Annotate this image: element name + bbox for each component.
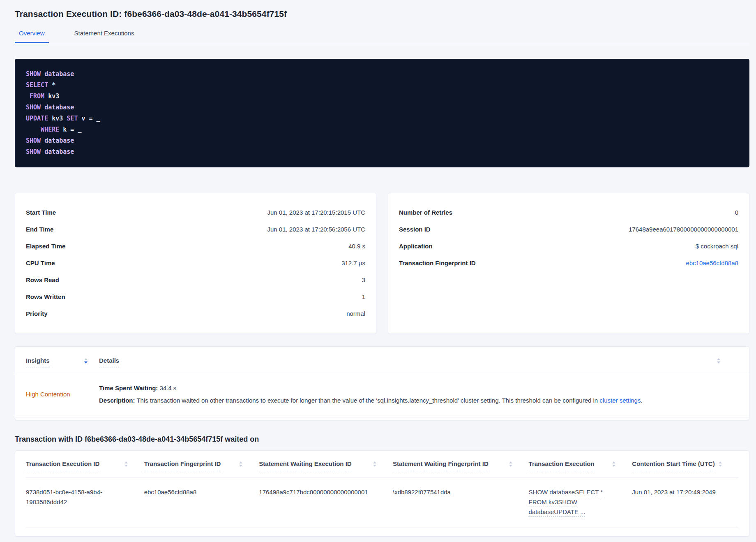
waited-on-heading: Transaction with ID f6be6366-da03-48de-a… — [15, 435, 749, 444]
sql-line: SHOW database — [26, 146, 738, 158]
sql-text: kv3 — [48, 115, 67, 122]
sql-keyword: SHOW — [26, 137, 41, 144]
column-label: Contention Start Time (UTC) — [632, 460, 715, 471]
row-value: 1 — [362, 292, 365, 301]
column-header-details[interactable]: Details — [99, 357, 119, 368]
row-value: 312.7 µs — [341, 259, 365, 267]
meta-row-transaction-fingerprint-id: Transaction Fingerprint ID ebc10ae56cfd8… — [399, 255, 738, 271]
transaction-execution-link[interactable]: SHOW databaseSELECT * FROM kv3SHOW datab… — [529, 487, 608, 517]
page-content: Transaction Execution ID: f6be6366-da03-… — [15, 9, 749, 537]
row-label: End Time — [26, 225, 53, 234]
waiting-value: 34.4 s — [158, 384, 176, 391]
sort-arrows-icon — [239, 461, 242, 467]
column-header-transaction-execution-id[interactable]: Transaction Execution ID — [26, 460, 144, 477]
row-label: Transaction Fingerprint ID — [399, 259, 476, 267]
sql-identifier: database — [41, 70, 74, 78]
row-label: Priority — [26, 309, 48, 318]
cell-statement-waiting-execution-id: 176498a9c717bdc80000000000000001 — [259, 477, 393, 528]
column-label: Statement Waiting Execution ID — [259, 460, 351, 471]
tab-overview[interactable]: Overview — [15, 30, 49, 43]
column-label: Statement Waiting Fingerprint ID — [393, 460, 489, 471]
sql-text: k = _ — [59, 126, 81, 133]
sql-keyword: WHERE — [26, 126, 59, 133]
detail-row-elapsed-time: Elapsed Time 40.9 s — [26, 238, 365, 255]
table-row: 9738d051-bc0e-4158-a9b4-1903586ddd42 ebc… — [26, 477, 738, 528]
sql-identifier: database — [41, 148, 74, 155]
sql-line: FROM kv3 — [26, 91, 738, 102]
sql-keyword: FROM — [26, 93, 44, 100]
row-label: Application — [399, 242, 433, 250]
description-label: Description: — [99, 397, 135, 404]
sort-arrows-icon — [124, 461, 128, 467]
sort-arrows-icon — [373, 461, 376, 467]
sql-keyword: UPDATE — [26, 115, 48, 122]
page-title: Transaction Execution ID: f6be6366-da03-… — [15, 9, 749, 19]
insights-table-header: Insights Details — [15, 347, 749, 374]
column-header-transaction-fingerprint-id[interactable]: Transaction Fingerprint ID — [144, 460, 259, 477]
detail-row-rows-read: Rows Read 3 — [26, 271, 365, 288]
detail-row-end-time: End Time Jun 01, 2023 at 17:20:56:2056 U… — [26, 221, 365, 238]
detail-row-priority: Priority normal — [26, 305, 365, 322]
column-label: Transaction Execution ID — [26, 460, 99, 471]
cell-statement-waiting-fingerprint-id: \xdb8922f077541dda — [393, 477, 529, 528]
row-label: Elapsed Time — [26, 242, 65, 250]
row-value: Jun 01, 2023 at 17:20:15:2015 UTC — [267, 208, 365, 217]
insights-table: Insights Details High Contention Time Sp… — [15, 346, 749, 420]
insight-details: Time Spent Waiting: 34.4 s Description: … — [99, 383, 643, 405]
row-label: Number of Retries — [399, 208, 452, 217]
cluster-settings-link[interactable]: cluster settings — [599, 397, 641, 404]
waited-on-table-header: Transaction Execution ID Transaction Fin… — [26, 451, 738, 477]
sql-line: WHERE k = _ — [26, 124, 738, 135]
sql-line: SELECT * — [26, 80, 738, 91]
detail-row-start-time: Start Time Jun 01, 2023 at 17:20:15:2015… — [26, 204, 365, 221]
sql-identifier: database — [41, 137, 74, 144]
meta-row-retries: Number of Retries 0 — [399, 204, 738, 221]
row-value: Jun 01, 2023 at 17:20:56:2056 UTC — [267, 225, 365, 234]
time-spent-waiting-line: Time Spent Waiting: 34.4 s — [99, 383, 643, 393]
sql-line: SHOW database — [26, 69, 738, 80]
waiting-label: Time Spent Waiting: — [99, 384, 158, 391]
cell-contention-start-time: Jun 01, 2023 at 17:20:49:2049 — [632, 477, 738, 528]
cell-transaction-execution: SHOW databaseSELECT * FROM kv3SHOW datab… — [529, 477, 632, 528]
cell-transaction-fingerprint-id: ebc10ae56cfd88a8 — [144, 477, 259, 528]
column-header-contention-start-time[interactable]: Contention Start Time (UTC) — [632, 460, 738, 477]
sort-arrows-icon — [84, 358, 88, 364]
description-suffix: . — [641, 397, 642, 404]
cell-transaction-execution-id: 9738d051-bc0e-4158-a9b4-1903586ddd42 — [26, 477, 144, 528]
tab-statement-executions[interactable]: Statement Executions — [70, 30, 138, 43]
sql-identifier: database — [41, 104, 74, 111]
row-label: Rows Written — [26, 292, 65, 301]
sql-keyword: SHOW — [26, 70, 41, 78]
meta-row-session-id: Session ID 17648a9eea6017800000000000000… — [399, 221, 738, 238]
sort-arrows-icon[interactable] — [717, 358, 720, 364]
meta-row-application: Application $ cockroach sql — [399, 238, 738, 255]
column-header-insights[interactable]: Insights — [26, 357, 88, 368]
transaction-fingerprint-link[interactable]: ebc10ae56cfd88a8 — [686, 259, 738, 267]
waited-on-table: Transaction Execution ID Transaction Fin… — [15, 450, 749, 537]
description-line: Description: This transaction waited on … — [99, 396, 643, 405]
column-header-statement-waiting-fingerprint-id[interactable]: Statement Waiting Fingerprint ID — [393, 460, 529, 477]
summary-cards: Start Time Jun 01, 2023 at 17:20:15:2015… — [15, 193, 749, 334]
description-text: This transaction waited on other transac… — [135, 397, 600, 404]
sql-keyword: SELECT — [26, 81, 48, 89]
tab-bar: Overview Statement Executions — [15, 30, 749, 43]
column-header-transaction-execution[interactable]: Transaction Execution — [529, 460, 632, 477]
execution-details-card: Start Time Jun 01, 2023 at 17:20:15:2015… — [15, 193, 376, 334]
row-label: Session ID — [399, 225, 431, 234]
sql-keyword: SHOW — [26, 104, 41, 111]
sql-text: kv3 — [44, 93, 59, 100]
row-label: Rows Read — [26, 276, 59, 284]
sort-arrows-icon — [719, 461, 722, 467]
detail-row-rows-written: Rows Written 1 — [26, 288, 365, 305]
execution-meta-card: Number of Retries 0 Session ID 17648a9ee… — [388, 193, 749, 334]
sort-arrows-icon — [612, 461, 615, 467]
sort-arrows-icon — [509, 461, 512, 467]
detail-row-cpu-time: CPU Time 312.7 µs — [26, 255, 365, 271]
column-header-statement-waiting-execution-id[interactable]: Statement Waiting Execution ID — [259, 460, 393, 477]
sql-text: v = _ — [78, 115, 100, 122]
sql-keyword: SET — [67, 115, 78, 122]
row-value: 3 — [362, 276, 365, 284]
row-label: Start Time — [26, 208, 56, 217]
column-label: Insights — [26, 357, 50, 368]
column-label: Transaction Execution — [529, 460, 595, 471]
